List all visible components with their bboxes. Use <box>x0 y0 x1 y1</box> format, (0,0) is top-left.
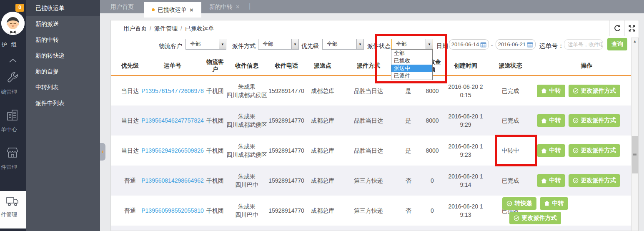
avatar[interactable] <box>1 12 25 35</box>
building-icon <box>6 108 26 124</box>
breadcrumb-item[interactable]: 用户首页 <box>123 25 147 32</box>
close-icon[interactable]: × <box>236 3 239 10</box>
delivery-status-label: 派件状态 <box>367 42 391 50</box>
tab-collected-waybills[interactable]: 已揽收运单 × <box>144 2 201 18</box>
header-phone: 收件电话 <box>268 55 305 75</box>
close-icon[interactable]: × <box>190 6 193 13</box>
chevron-up-icon[interactable] <box>8 58 18 65</box>
cell-delivery-status: 中转中 <box>486 136 534 166</box>
change-delivery-method-button[interactable]: 更改派件方式 <box>509 212 561 224</box>
rail-item-label: 件管理 <box>1 211 26 218</box>
transfer-button[interactable]: 中转 <box>537 144 565 157</box>
dropdown-arrow-icon[interactable] <box>356 39 363 49</box>
fullscreen-button[interactable] <box>624 20 639 36</box>
sidebar-item-new-delivery[interactable]: 新的派送 <box>26 16 100 32</box>
transfer-button[interactable]: 中转 <box>537 174 565 187</box>
sidebar-item-new-to-express[interactable]: 新的转快递 <box>26 48 100 63</box>
transfer-button[interactable]: 中转 <box>537 114 565 127</box>
sidebar-item-transfer-list[interactable]: 中转列表 <box>26 79 100 95</box>
row-actions: 转快递 中转 更改派件方式 <box>491 197 596 224</box>
rail-item-parts-management[interactable]: 件管理 <box>0 146 26 171</box>
scrollbar-grip-icon <box>633 153 636 156</box>
dropdown-arrow-icon[interactable] <box>291 39 298 49</box>
logistics-client-label: 物流客户 <box>159 42 182 50</box>
change-delivery-method-button[interactable]: 更改派件方式 <box>569 144 620 157</box>
cell-receiver: 朱成果四川成都武侯区 <box>226 75 268 105</box>
header-receiver-info: 收件信息 <box>226 55 268 75</box>
row-actions: 中转 更改派件方式 <box>534 144 639 157</box>
content-card: 用户首页/派件管理/已揽收运单 物流客户 全部 <box>110 20 639 231</box>
sidebar-item-collected-waybills[interactable]: 已揽收运单 <box>26 0 100 16</box>
dropdown-option-highlighted[interactable]: 派送中 <box>391 65 432 72</box>
rail-item-delivery-management[interactable]: 件管理 <box>0 191 26 228</box>
delivery-method-select[interactable]: 全部 <box>258 39 299 50</box>
table-row-partial <box>111 226 639 231</box>
cell-cod-amount: 0 <box>420 166 445 196</box>
house-icon <box>541 88 547 93</box>
change-delivery-method-button[interactable]: 更改派件方式 <box>569 114 620 127</box>
waybill-link[interactable]: P139560598552055810 <box>141 207 204 214</box>
dropdown-option[interactable]: 已揽收 <box>391 57 432 65</box>
search-button[interactable]: 查询 <box>607 38 627 50</box>
rail-item-order-center[interactable]: 单中心 <box>0 108 26 133</box>
breadcrumb-item[interactable]: 派件管理 <box>154 25 178 32</box>
transfer-button[interactable]: 中转 <box>537 85 565 97</box>
sidebar-item-new-transfer[interactable]: 新的中转 <box>26 32 100 48</box>
to-express-button[interactable]: 转快递 <box>502 197 536 210</box>
waybill-table: 优先级 运单号 物流客户 收件信息 收件电话 派送点 派件方式 代收金额 创建时… <box>111 55 639 231</box>
tab-label: 已揽收运单 <box>158 6 187 14</box>
transfer-button[interactable]: 中转 <box>540 197 568 210</box>
scrollbar-thumb[interactable] <box>632 136 638 173</box>
cell-cod-flag: 否 <box>397 196 420 226</box>
cell-delivery-status: 已完成 <box>486 105 534 136</box>
cell-client: 千机团 <box>204 105 226 136</box>
calendar-icon <box>480 42 486 48</box>
cell-delivery-method: 第三方快递 <box>340 196 397 226</box>
cell-client: 千机团 <box>204 136 226 166</box>
cell-cod-amount: 0 <box>420 196 445 226</box>
house-icon <box>541 118 547 123</box>
waybill-link[interactable]: P139560814298664962 <box>141 177 204 184</box>
table-row: 当日达 P139562949266509826 千机团 朱成果四川成都武侯区 1… <box>111 136 639 166</box>
truck-icon <box>6 195 26 209</box>
table-row: 当日达 P139576154772606978 千机团 朱成果四川成都武侯区 1… <box>111 75 639 105</box>
dropdown-option[interactable]: 全部 <box>391 50 432 57</box>
date-from-value: 2016-06-14 <box>451 41 479 48</box>
priority-select[interactable]: 全部 <box>322 39 364 50</box>
delivery-status-select[interactable]: 全部 <box>391 39 433 50</box>
dropdown-arrow-icon[interactable] <box>426 39 433 49</box>
waybill-link[interactable]: P139564546247757824 <box>141 117 204 124</box>
table-row: 普通 P139560814298664962 千机团 朱成果四川巴中 15928… <box>111 166 639 196</box>
sidebar-item-new-self-pickup[interactable]: 新的自提 <box>26 63 100 79</box>
scroll-up-arrow-icon[interactable]: ▲ <box>631 38 638 45</box>
dropdown-option[interactable]: 已派件 <box>391 72 432 80</box>
header-delivery-status: 派送状态 <box>486 55 534 75</box>
vertical-scrollbar[interactable]: ▲ <box>631 38 639 231</box>
date-range-separator: - <box>491 42 493 48</box>
change-delivery-method-button[interactable]: 更改派件方式 <box>569 174 620 187</box>
date-to-input[interactable]: 2016-06-21 <box>496 39 536 50</box>
tab-new-transfer[interactable]: 新的中转× <box>209 0 239 13</box>
primary-nav-rail: 0 护 组 础管理 <box>0 0 26 231</box>
select-value: 全部 <box>392 40 426 48</box>
cell-phone: 15928914770 <box>268 166 305 196</box>
logistics-client-select[interactable]: 全部 <box>185 39 226 50</box>
sidebar-item-delivering-list[interactable]: 派件中列表 <box>26 95 100 111</box>
house-icon <box>541 178 547 183</box>
date-from-input[interactable]: 2016-06-14 <box>449 39 489 50</box>
wrench-icon <box>6 71 26 87</box>
tab-user-home[interactable]: 用户首页 <box>110 0 134 13</box>
breadcrumb-separator: / <box>180 25 182 32</box>
change-delivery-method-button[interactable]: 更改派件方式 <box>569 85 620 97</box>
sidebar-collapse-handle[interactable]: ‹ <box>100 143 105 161</box>
breadcrumb-item[interactable]: 已揽收运单 <box>185 25 214 32</box>
waybill-link[interactable]: P139576154772606978 <box>141 88 204 94</box>
select-value: 全部 <box>258 40 291 48</box>
waybill-search-input[interactable] <box>564 39 603 50</box>
tab-separator: | <box>249 3 251 10</box>
dropdown-arrow-icon[interactable] <box>219 39 226 49</box>
refresh-button[interactable] <box>609 20 624 36</box>
rail-item-basic-management[interactable]: 础管理 <box>0 71 26 96</box>
waybill-link[interactable]: P139562949266509826 <box>141 147 204 154</box>
sidebar-menu: 已揽收运单 新的派送 新的中转 新的转快递 新的自提 中转列表 派件中列表 <box>26 0 100 231</box>
